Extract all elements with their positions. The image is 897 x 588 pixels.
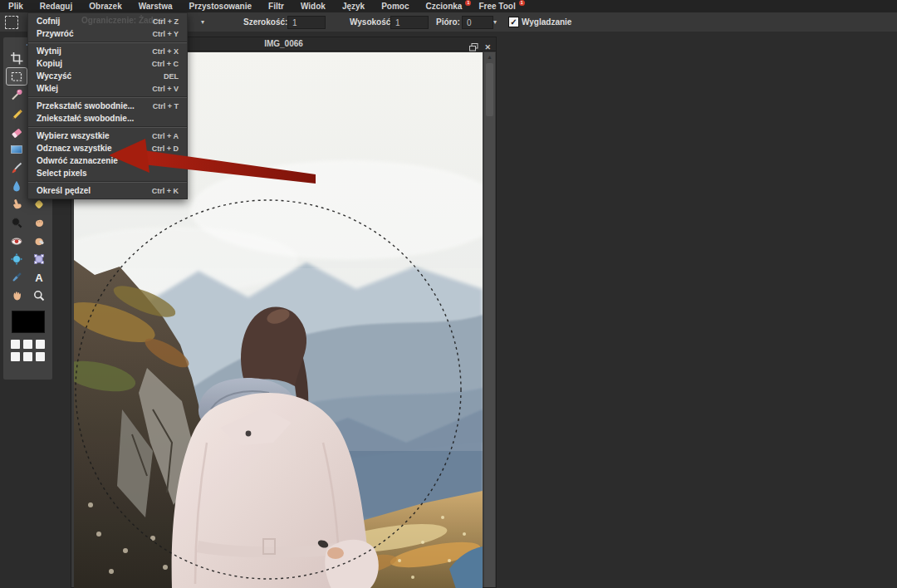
preset-square[interactable]	[11, 340, 20, 349]
preset-square[interactable]	[36, 340, 45, 349]
height-label: Wysokość:	[350, 17, 394, 27]
menu-item-shortcut: Ctrl + V	[152, 85, 179, 93]
menu-obrazek[interactable]: Obrazek	[81, 0, 130, 12]
menu-filtr[interactable]: Filtr	[260, 0, 292, 12]
menu-item-select-pixels[interactable]: Select pixels	[28, 167, 187, 179]
width-label: Szerokość:	[243, 17, 287, 27]
image-editor-app: Plik Redaguj Obrazek Warstwa Przystosowa…	[0, 0, 897, 588]
antialias-checkbox[interactable]: ✓	[508, 17, 519, 27]
red-eye-icon	[10, 234, 23, 247]
zoom-tool[interactable]	[29, 287, 49, 304]
menu-przystosowanie[interactable]: Przystosowanie	[180, 0, 260, 12]
eraser-icon	[10, 125, 23, 138]
text-tool[interactable]: A	[29, 269, 49, 286]
feather-input[interactable]	[462, 16, 493, 29]
menu-item-label: Zniekształć swobodnie...	[37, 114, 134, 123]
menu-item-okresl-pedzel[interactable]: Określ pędzel Ctrl + K	[28, 184, 187, 197]
menu-item-odwroc-zaznaczenie[interactable]: Odwróć zaznaczenie	[28, 154, 187, 167]
blur-tool[interactable]	[7, 178, 27, 194]
crop-tool[interactable]	[7, 50, 27, 66]
eraser-tool[interactable]	[7, 123, 27, 140]
menu-item-wybierz-wszystkie[interactable]: Wybierz wszystkie Ctrl + A	[28, 130, 187, 142]
menu-item-label: Wyczyść	[37, 71, 71, 81]
preset-square[interactable]	[11, 352, 20, 361]
menu-item-wyczysc[interactable]: Wyczyść DEL	[28, 70, 187, 82]
menu-czcionka[interactable]: Czcionka 1	[417, 0, 470, 12]
antialias-label: Wygladzanie	[522, 17, 571, 27]
liquify-icon	[10, 252, 23, 266]
preset-square[interactable]	[23, 340, 32, 349]
menu-item-przeksztalc[interactable]: Przekształć swobodnie... Ctrl + T	[28, 100, 187, 112]
menu-pomoc[interactable]: Pomoc	[373, 0, 417, 12]
heal-hand-icon	[32, 234, 46, 247]
burn-tool[interactable]	[7, 214, 27, 231]
menu-item-label: Wklej	[37, 84, 58, 93]
menu-item-shortcut: Ctrl + K	[152, 187, 179, 195]
menu-item-label: Odwróć zaznaczenie	[37, 156, 118, 165]
hand-icon	[10, 289, 23, 302]
brush-tool[interactable]	[7, 159, 27, 176]
feather-label: Pióro:	[436, 17, 460, 27]
red-eye-tool[interactable]	[7, 233, 27, 249]
menu-item-label: Przywróć	[37, 29, 73, 38]
menu-item-wklej[interactable]: Wklej Ctrl + V	[28, 82, 187, 95]
burn-icon	[10, 216, 23, 229]
magic-wand-tool[interactable]	[7, 86, 27, 103]
clone-tool[interactable]	[29, 214, 49, 231]
heal-tool[interactable]	[29, 233, 49, 249]
menu-item-label: Wytnij	[37, 47, 61, 56]
pointing-finger-icon	[10, 198, 23, 211]
menu-separator	[28, 181, 187, 183]
eyedropper-tool[interactable]	[7, 269, 27, 286]
marquee-tool-selected[interactable]	[7, 68, 27, 85]
text-tool-icon: A	[35, 272, 42, 283]
menu-item-shortcut: Ctrl + T	[153, 102, 179, 110]
menu-czcionka-label: Czcionka	[425, 2, 462, 11]
pencil-tool[interactable]	[7, 105, 27, 121]
menu-item-shortcut: Ctrl + X	[152, 47, 179, 56]
gradient-icon	[10, 143, 23, 156]
menu-redaguj[interactable]: Redaguj	[32, 0, 81, 12]
liquify-tool[interactable]	[7, 251, 27, 267]
menu-item-znieksztalc[interactable]: Zniekształć swobodnie...	[28, 112, 187, 125]
hand-tool[interactable]	[7, 287, 27, 304]
sponge-icon	[32, 198, 46, 211]
close-icon[interactable]: ✕	[484, 43, 491, 51]
edit-dropdown-menu: Cofnij Ctrl + Z Przywróć Ctrl + Y Wytnij…	[27, 12, 188, 199]
menu-bar: Plik Redaguj Obrazek Warstwa Przystosowa…	[0, 0, 897, 12]
height-input[interactable]	[390, 16, 429, 29]
notification-badge: 1	[519, 0, 525, 6]
menu-plik[interactable]: Plik	[0, 0, 32, 12]
transform-tool[interactable]	[29, 251, 49, 267]
marquee-tool-indicator-icon	[5, 16, 18, 29]
width-input[interactable]	[287, 16, 326, 29]
crop-icon	[10, 51, 23, 65]
menu-item-kopiuj[interactable]: Kopiuj Ctrl + C	[28, 57, 187, 70]
menu-item-shortcut: DEL	[164, 72, 179, 81]
layout-presets	[3, 340, 52, 361]
menu-widok[interactable]: Widok	[292, 0, 334, 12]
preset-square[interactable]	[23, 352, 32, 361]
pencil-icon	[10, 106, 23, 120]
menu-item-odznacz-wszystkie[interactable]: Odznacz wszystkie Ctrl + D	[28, 142, 187, 154]
foreground-color-swatch[interactable]	[12, 311, 45, 333]
menu-item-wytnij[interactable]: Wytnij Ctrl + X	[28, 45, 187, 57]
preset-square[interactable]	[36, 352, 45, 361]
magic-wand-icon	[10, 88, 23, 101]
menu-warstwa[interactable]: Warstwa	[130, 0, 181, 12]
smudge-tool[interactable]	[7, 196, 27, 213]
menu-item-label: Określ pędzel	[37, 186, 91, 195]
chevron-down-icon[interactable]: ▾	[493, 18, 497, 26]
menu-item-label: Cofnij	[37, 17, 60, 26]
magnifier-icon	[32, 289, 46, 302]
menu-free-tool[interactable]: Free Tool 1	[470, 0, 523, 12]
vertical-scrollbar[interactable]: ▴	[484, 52, 495, 587]
chevron-down-icon[interactable]: ▾	[201, 18, 204, 26]
scrollbar-thumb[interactable]	[486, 63, 493, 116]
menu-jezyk[interactable]: Język	[334, 0, 373, 12]
menu-item-label: Kopiuj	[37, 59, 62, 68]
menu-item-przywroc[interactable]: Przywróć Ctrl + Y	[28, 27, 187, 40]
menu-item-label: Przekształć swobodnie...	[37, 101, 135, 110]
gradient-tool[interactable]	[7, 141, 27, 158]
restore-window-icon[interactable]	[469, 40, 478, 55]
